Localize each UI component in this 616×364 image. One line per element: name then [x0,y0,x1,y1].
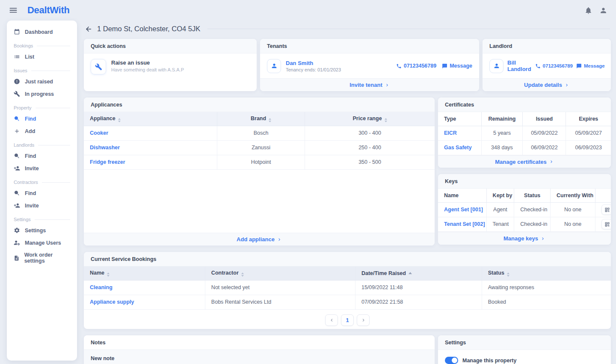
sort-icon [241,272,244,277]
appliances-card: Applicances ApplianceBrandPrice rangeCoo… [84,98,435,246]
sidebar-item-manage-users[interactable]: Manage Users [7,237,77,249]
user-icon[interactable] [599,6,607,15]
tenant-name-link[interactable]: Dan Smith [286,60,341,66]
cell-link[interactable]: Agent Set [001] [444,207,483,213]
tenant-message-link[interactable]: Message [442,63,472,69]
landlord-row: Bill Landlord 07123456789 Message [483,53,611,78]
sidebar-item-in-progress[interactable]: In progress [7,88,77,100]
search-icon [14,190,20,196]
pagination-page-button[interactable]: 1 [341,314,354,326]
landlord-phone-link[interactable]: 07123456789 [535,63,573,69]
table-cell: Booked [482,295,611,309]
column-header[interactable]: Appliance [84,112,217,126]
cell-link[interactable]: Fridge freezer [90,159,125,165]
sidebar-item-label: Find [25,190,36,196]
action-title: Raise an issue [111,59,184,66]
sidebar-item-contractors-find[interactable]: Find [7,187,77,199]
invite-tenant-link[interactable]: Invite tenant [260,78,479,91]
tenant-phone-link[interactable]: 07123456789 [396,63,436,69]
sidebar-item-label: Find [25,116,36,122]
page-title: 1 Demo St, Colchester, CO4 5JK [97,25,200,33]
column-header: Status [514,189,551,202]
cell-link[interactable]: Appliance supply [90,299,134,305]
keys-table: NameKept byStatusCurrently WithAgent Set… [438,189,611,232]
column-header: Type [438,112,481,126]
sidebar-item-contractors-invite[interactable]: Invite [7,199,77,212]
table-cell: No one [551,217,595,231]
column-header[interactable]: Name [84,266,205,280]
pagination-next-button[interactable] [357,314,370,326]
sidebar-item-label: Add [25,128,35,134]
sidebar-item-label: Dashboard [25,29,53,35]
sidebar-item-settings[interactable]: Settings [7,224,77,237]
table-row: EICR5 years05/09/202205/09/2027 [438,126,611,140]
update-details-link[interactable]: Update details [483,78,611,91]
column-header[interactable]: Brand [217,112,305,126]
cell-link[interactable]: Dishwasher [90,145,120,151]
landlord-message-link[interactable]: Message [576,63,605,69]
column-header[interactable]: Date/Time Raised [355,266,482,280]
raise-an-issue-action[interactable]: Raise an issue Have something dealt with… [84,53,257,80]
back-arrow-icon[interactable] [85,25,92,33]
search-icon [14,153,20,159]
cell-link[interactable]: Cooker [90,130,108,136]
key-qr-code-button[interactable] [601,204,611,215]
sidebar-section-property: Property [7,100,77,112]
card-title: Notes [84,335,435,350]
landlord-name-link[interactable]: Bill Landlord [507,59,531,72]
table-row: DishwasherZanussi250 - 400 [84,140,435,155]
manage-property-toggle[interactable] [445,357,458,364]
qr-code-icon [604,207,610,213]
manage-keys-link[interactable]: Manage keys [438,232,611,245]
user-gear-icon [14,240,20,246]
sidebar-item-landlords-invite[interactable]: Invite [7,162,77,175]
column-header[interactable]: Status [482,266,611,280]
menu-icon[interactable] [9,6,18,15]
key-qr-code-button[interactable] [601,219,611,229]
table-cell: Tenant [486,217,514,231]
gear-icon [14,227,20,234]
cell-link[interactable]: Gas Safety [444,145,472,151]
bell-icon[interactable] [584,6,592,15]
table-cell: Hotpoint [217,155,305,169]
alert-circle-icon [14,78,20,85]
cell-link[interactable]: EICR [444,130,457,136]
pagination-prev-button[interactable] [325,314,338,326]
table-cell: Bobs Rental Services Ltd [205,295,355,309]
sidebar-item-property-find[interactable]: Find [7,112,77,125]
sidebar-item-property-add[interactable]: Add [7,125,77,137]
table-cell: Awaiting responses [482,280,611,295]
sidebar-item-label: In progress [25,91,54,97]
appliances-table: ApplianceBrandPrice rangeCookerBosch300 … [84,112,435,170]
sidebar-item-list[interactable]: List [7,50,77,63]
column-header[interactable]: Price range [305,112,435,126]
property-settings-card: Settings Manage this property [438,335,611,364]
dashboard-calendar-icon [14,29,20,35]
table-cell: 05/09/2022 [523,126,566,140]
chevron-right-icon [564,83,569,88]
column-header: Currently With [551,189,595,202]
notes-card: Notes New note [84,335,435,364]
sidebar-item-dashboard[interactable]: Dashboard [7,26,77,38]
manage-certificates-link[interactable]: Manage certificates [438,155,611,168]
sidebar-item-landlords-find[interactable]: Find [7,150,77,162]
table-row: Agent Set [001]AgentChecked-inNo one [438,202,611,217]
sidebar-section-issues: Issues [7,63,77,75]
chat-icon [442,63,447,69]
add-appliance-link[interactable]: Add appliance [84,233,435,246]
service-bookings-table: NameContractorDate/Time RaisedStatusClea… [84,266,611,310]
sidebar-item-label: List [25,54,34,60]
sort-icon [507,272,509,277]
sidebar-item-label: Manage Users [25,240,61,246]
sidebar-item-work-order-settings[interactable]: Work order settings [7,249,77,267]
sort-icon [269,118,271,122]
sidebar-item-just-raised[interactable]: Just raised [7,75,77,88]
cell-link[interactable]: Cleaning [90,284,113,290]
table-row: Fridge freezerHotpoint350 - 500 [84,155,435,169]
service-bookings-card: Current Service Bookings NameContractorD… [84,252,611,329]
cell-link[interactable]: Tenant Set [002] [444,221,485,227]
app-logo: DealtWith [27,5,70,16]
table-cell: Checked-in [514,217,551,231]
tenant-row: Dan Smith Tenancy ends: 01/01/2023 07123… [260,53,479,78]
column-header[interactable]: Contractor [205,266,355,280]
